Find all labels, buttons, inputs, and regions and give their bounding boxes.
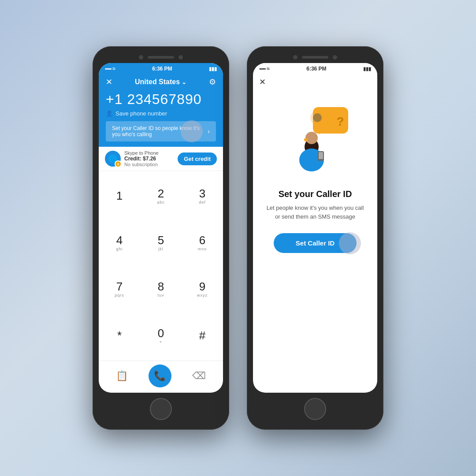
set-caller-id-button[interactable]: Set Caller ID <box>274 233 357 253</box>
dial-key-2[interactable]: 2 abc <box>140 173 182 219</box>
phone-1: ••••• ≈ 6:36 PM ▮▮▮ ✕ United States ⌄ ⚙ … <box>93 46 229 430</box>
location-title[interactable]: United States ⌄ <box>135 78 186 86</box>
credit-info: Skype to Phone Credit: $7.26 No subscrip… <box>124 150 159 167</box>
dial-key-8[interactable]: 8 tuv <box>140 266 182 312</box>
phone-1-top <box>99 52 223 63</box>
phone-2: ••••• ≈ 6:36 PM ▮▮▮ ✕ ? <box>247 46 383 430</box>
cursor-overlay-2 <box>339 232 361 254</box>
svg-point-6 <box>305 132 318 144</box>
save-number-row[interactable]: 👤 Save phone number <box>106 110 216 117</box>
close-button-2[interactable]: ✕ <box>253 74 272 90</box>
phone-2-top <box>253 52 377 63</box>
signal-icon-2: ••••• <box>259 66 265 71</box>
phone-2-screen: ••••• ≈ 6:36 PM ▮▮▮ ✕ ? <box>253 63 377 393</box>
phone1-header-row: ✕ United States ⌄ ⚙ <box>106 77 216 87</box>
dial-key-6[interactable]: 6 mno <box>182 219 223 266</box>
dial-key-3[interactable]: 3 def <box>182 173 223 219</box>
digit-5: 5 <box>158 234 164 247</box>
battery-icon-1: ▮▮▮ <box>209 66 217 72</box>
coin-badge: $ <box>115 160 122 167</box>
wifi-icon-2: ≈ <box>267 66 270 72</box>
dialed-number: +1 234567890 <box>106 91 216 108</box>
front-camera-2 <box>293 55 298 60</box>
caller-id-chevron-icon: › <box>208 128 210 135</box>
settings-gear-icon[interactable]: ⚙ <box>209 77 216 87</box>
signal-icon: ••••• <box>105 66 111 71</box>
digit-3: 3 <box>199 187 205 200</box>
letters-9: wxyz <box>197 293 208 298</box>
dial-key-star[interactable]: * <box>99 312 140 359</box>
digit-8: 8 <box>158 280 164 293</box>
status-bar-1: ••••• ≈ 6:36 PM ▮▮▮ <box>99 63 223 74</box>
call-button[interactable]: 📞 <box>149 364 171 387</box>
cursor-overlay <box>181 120 203 142</box>
home-button-1[interactable] <box>150 398 172 420</box>
status-time-2: 6:36 PM <box>306 66 326 72</box>
front-sensor <box>178 55 183 60</box>
phone1-header: ✕ United States ⌄ ⚙ +1 234567890 👤 Save … <box>99 74 223 147</box>
caller-id-description: Let people know it's you when you call o… <box>266 204 364 221</box>
letters-4: ghi <box>116 247 123 251</box>
dial-key-4[interactable]: 4 ghi <box>99 219 140 266</box>
credit-amount: Credit: $7.26 <box>124 156 159 162</box>
delete-icon[interactable]: ⌫ <box>192 370 206 382</box>
svg-point-7 <box>304 138 308 141</box>
caller-id-screen: ? Set your Caller ID <box>253 90 377 393</box>
svg-text:?: ? <box>336 115 344 128</box>
front-sensor-2 <box>333 55 337 60</box>
caller-id-illustration: ? <box>275 99 355 178</box>
digit-6: 6 <box>199 234 205 247</box>
status-bar-2: ••••• ≈ 6:36 PM ▮▮▮ <box>253 63 377 74</box>
dial-key-hash[interactable]: # <box>182 312 223 359</box>
svg-point-4 <box>313 113 322 122</box>
digit-4: 4 <box>116 234 123 247</box>
letters-6: mno <box>198 247 207 251</box>
svg-rect-10 <box>319 152 323 159</box>
letters-0: + <box>160 340 162 344</box>
phone-2-bottom <box>253 393 377 424</box>
digit-0: 0 <box>158 327 164 340</box>
digit-1: 1 <box>116 190 123 202</box>
subscription-label: No subscription <box>124 162 159 167</box>
phone-icon: 📞 <box>154 370 166 382</box>
letters-5: jkl <box>158 247 164 251</box>
add-contact-icon: 👤 <box>106 110 113 117</box>
get-credit-button[interactable]: Get credit <box>178 152 217 165</box>
digit-7: 7 <box>116 280 123 293</box>
close-button-1[interactable]: ✕ <box>106 77 112 87</box>
dialpad: 1 2 abc 3 def 4 ghi 5 jkl 6 mno <box>99 171 223 361</box>
service-label: Skype to Phone <box>124 150 159 156</box>
save-number-label: Save phone number <box>115 110 167 117</box>
phone-1-screen: ••••• ≈ 6:36 PM ▮▮▮ ✕ United States ⌄ ⚙ … <box>99 63 223 393</box>
caller-id-banner[interactable]: Set your Caller ID so people know it's y… <box>106 121 216 141</box>
status-time-1: 6:36 PM <box>152 66 172 72</box>
earpiece-speaker-2 <box>302 56 328 59</box>
contacts-icon[interactable]: 📋 <box>116 370 128 382</box>
phone-1-bottom <box>99 393 223 424</box>
earpiece-speaker <box>148 56 174 59</box>
dial-key-7[interactable]: 7 pqrs <box>99 266 140 312</box>
front-camera <box>139 55 143 60</box>
chevron-down-icon: ⌄ <box>182 79 186 86</box>
letters-7: pqrs <box>115 293 124 298</box>
digit-hash: # <box>199 329 205 342</box>
digit-2: 2 <box>158 187 164 200</box>
letters-8: tuv <box>157 293 164 298</box>
bottom-bar: 📋 📞 ⌫ <box>99 361 223 393</box>
caller-id-screen-title: Set your Caller ID <box>279 189 352 199</box>
letters-2: abc <box>157 200 165 205</box>
skype-globe-icon: 🌐 $ <box>105 151 121 167</box>
dial-key-9[interactable]: 9 wxyz <box>182 266 223 312</box>
wifi-icon: ≈ <box>112 66 115 72</box>
digit-star: * <box>117 329 122 342</box>
dial-key-5[interactable]: 5 jkl <box>140 219 182 266</box>
letters-3: def <box>199 200 206 205</box>
dial-key-1[interactable]: 1 <box>99 173 140 219</box>
battery-icon-2: ▮▮▮ <box>363 66 371 72</box>
dial-key-0[interactable]: 0 + <box>140 312 182 359</box>
credit-row: 🌐 $ Skype to Phone Credit: $7.26 No subs… <box>99 147 223 171</box>
digit-9: 9 <box>199 280 205 293</box>
home-button-2[interactable] <box>304 398 326 420</box>
